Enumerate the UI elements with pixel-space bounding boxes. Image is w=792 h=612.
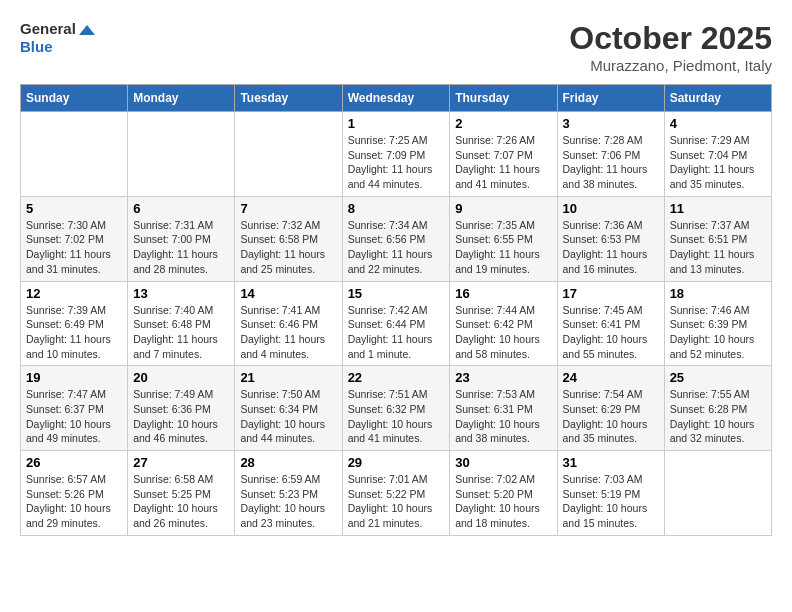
calendar-cell: 6Sunrise: 7:31 AM Sunset: 7:00 PM Daylig… — [128, 196, 235, 281]
calendar-cell: 25Sunrise: 7:55 AM Sunset: 6:28 PM Dayli… — [664, 366, 771, 451]
day-info: Sunrise: 7:31 AM Sunset: 7:00 PM Dayligh… — [133, 218, 229, 277]
month-title: October 2025 — [569, 20, 772, 57]
day-info: Sunrise: 7:47 AM Sunset: 6:37 PM Dayligh… — [26, 387, 122, 446]
calendar-cell: 27Sunrise: 6:58 AM Sunset: 5:25 PM Dayli… — [128, 451, 235, 536]
calendar-cell: 10Sunrise: 7:36 AM Sunset: 6:53 PM Dayli… — [557, 196, 664, 281]
day-header: Friday — [557, 85, 664, 112]
calendar-cell: 14Sunrise: 7:41 AM Sunset: 6:46 PM Dayli… — [235, 281, 342, 366]
day-number: 13 — [133, 286, 229, 301]
day-info: Sunrise: 7:28 AM Sunset: 7:06 PM Dayligh… — [563, 133, 659, 192]
calendar-cell: 18Sunrise: 7:46 AM Sunset: 6:39 PM Dayli… — [664, 281, 771, 366]
calendar-cell: 11Sunrise: 7:37 AM Sunset: 6:51 PM Dayli… — [664, 196, 771, 281]
day-number: 1 — [348, 116, 445, 131]
day-info: Sunrise: 7:54 AM Sunset: 6:29 PM Dayligh… — [563, 387, 659, 446]
calendar-cell: 28Sunrise: 6:59 AM Sunset: 5:23 PM Dayli… — [235, 451, 342, 536]
day-info: Sunrise: 7:01 AM Sunset: 5:22 PM Dayligh… — [348, 472, 445, 531]
calendar-cell — [664, 451, 771, 536]
day-info: Sunrise: 7:02 AM Sunset: 5:20 PM Dayligh… — [455, 472, 551, 531]
day-info: Sunrise: 7:41 AM Sunset: 6:46 PM Dayligh… — [240, 303, 336, 362]
day-info: Sunrise: 7:35 AM Sunset: 6:55 PM Dayligh… — [455, 218, 551, 277]
location: Murazzano, Piedmont, Italy — [569, 57, 772, 74]
day-info: Sunrise: 7:55 AM Sunset: 6:28 PM Dayligh… — [670, 387, 766, 446]
day-number: 5 — [26, 201, 122, 216]
day-header: Wednesday — [342, 85, 450, 112]
day-number: 24 — [563, 370, 659, 385]
calendar-cell: 29Sunrise: 7:01 AM Sunset: 5:22 PM Dayli… — [342, 451, 450, 536]
day-info: Sunrise: 7:44 AM Sunset: 6:42 PM Dayligh… — [455, 303, 551, 362]
day-number: 2 — [455, 116, 551, 131]
calendar-cell: 4Sunrise: 7:29 AM Sunset: 7:04 PM Daylig… — [664, 112, 771, 197]
day-info: Sunrise: 6:57 AM Sunset: 5:26 PM Dayligh… — [26, 472, 122, 531]
page-header: General Blue October 2025 Murazzano, Pie… — [20, 20, 772, 74]
day-number: 6 — [133, 201, 229, 216]
calendar-table: SundayMondayTuesdayWednesdayThursdayFrid… — [20, 84, 772, 536]
day-info: Sunrise: 7:40 AM Sunset: 6:48 PM Dayligh… — [133, 303, 229, 362]
day-info: Sunrise: 7:26 AM Sunset: 7:07 PM Dayligh… — [455, 133, 551, 192]
day-number: 26 — [26, 455, 122, 470]
day-info: Sunrise: 7:51 AM Sunset: 6:32 PM Dayligh… — [348, 387, 445, 446]
day-number: 18 — [670, 286, 766, 301]
day-number: 23 — [455, 370, 551, 385]
day-header: Thursday — [450, 85, 557, 112]
day-number: 10 — [563, 201, 659, 216]
calendar-cell: 22Sunrise: 7:51 AM Sunset: 6:32 PM Dayli… — [342, 366, 450, 451]
day-number: 27 — [133, 455, 229, 470]
day-header: Tuesday — [235, 85, 342, 112]
calendar-cell: 7Sunrise: 7:32 AM Sunset: 6:58 PM Daylig… — [235, 196, 342, 281]
day-number: 8 — [348, 201, 445, 216]
day-info: Sunrise: 6:59 AM Sunset: 5:23 PM Dayligh… — [240, 472, 336, 531]
day-info: Sunrise: 7:39 AM Sunset: 6:49 PM Dayligh… — [26, 303, 122, 362]
day-info: Sunrise: 7:53 AM Sunset: 6:31 PM Dayligh… — [455, 387, 551, 446]
day-number: 17 — [563, 286, 659, 301]
day-info: Sunrise: 7:50 AM Sunset: 6:34 PM Dayligh… — [240, 387, 336, 446]
calendar-cell: 16Sunrise: 7:44 AM Sunset: 6:42 PM Dayli… — [450, 281, 557, 366]
calendar-cell: 3Sunrise: 7:28 AM Sunset: 7:06 PM Daylig… — [557, 112, 664, 197]
day-number: 4 — [670, 116, 766, 131]
day-info: Sunrise: 7:30 AM Sunset: 7:02 PM Dayligh… — [26, 218, 122, 277]
day-info: Sunrise: 6:58 AM Sunset: 5:25 PM Dayligh… — [133, 472, 229, 531]
day-number: 19 — [26, 370, 122, 385]
day-info: Sunrise: 7:29 AM Sunset: 7:04 PM Dayligh… — [670, 133, 766, 192]
calendar-cell: 2Sunrise: 7:26 AM Sunset: 7:07 PM Daylig… — [450, 112, 557, 197]
calendar-cell: 9Sunrise: 7:35 AM Sunset: 6:55 PM Daylig… — [450, 196, 557, 281]
calendar-cell: 15Sunrise: 7:42 AM Sunset: 6:44 PM Dayli… — [342, 281, 450, 366]
calendar-week-row: 12Sunrise: 7:39 AM Sunset: 6:49 PM Dayli… — [21, 281, 772, 366]
day-info: Sunrise: 7:36 AM Sunset: 6:53 PM Dayligh… — [563, 218, 659, 277]
day-info: Sunrise: 7:32 AM Sunset: 6:58 PM Dayligh… — [240, 218, 336, 277]
calendar-cell: 20Sunrise: 7:49 AM Sunset: 6:36 PM Dayli… — [128, 366, 235, 451]
calendar-cell: 19Sunrise: 7:47 AM Sunset: 6:37 PM Dayli… — [21, 366, 128, 451]
calendar-cell: 21Sunrise: 7:50 AM Sunset: 6:34 PM Dayli… — [235, 366, 342, 451]
day-info: Sunrise: 7:25 AM Sunset: 7:09 PM Dayligh… — [348, 133, 445, 192]
day-number: 3 — [563, 116, 659, 131]
day-info: Sunrise: 7:49 AM Sunset: 6:36 PM Dayligh… — [133, 387, 229, 446]
calendar-cell: 12Sunrise: 7:39 AM Sunset: 6:49 PM Dayli… — [21, 281, 128, 366]
calendar-cell: 26Sunrise: 6:57 AM Sunset: 5:26 PM Dayli… — [21, 451, 128, 536]
day-info: Sunrise: 7:46 AM Sunset: 6:39 PM Dayligh… — [670, 303, 766, 362]
day-header: Sunday — [21, 85, 128, 112]
calendar-week-row: 1Sunrise: 7:25 AM Sunset: 7:09 PM Daylig… — [21, 112, 772, 197]
day-number: 25 — [670, 370, 766, 385]
calendar-cell: 8Sunrise: 7:34 AM Sunset: 6:56 PM Daylig… — [342, 196, 450, 281]
day-number: 28 — [240, 455, 336, 470]
day-info: Sunrise: 7:42 AM Sunset: 6:44 PM Dayligh… — [348, 303, 445, 362]
calendar-week-row: 19Sunrise: 7:47 AM Sunset: 6:37 PM Dayli… — [21, 366, 772, 451]
title-section: October 2025 Murazzano, Piedmont, Italy — [569, 20, 772, 74]
day-number: 12 — [26, 286, 122, 301]
calendar-cell — [235, 112, 342, 197]
day-number: 16 — [455, 286, 551, 301]
calendar-cell — [128, 112, 235, 197]
day-info: Sunrise: 7:45 AM Sunset: 6:41 PM Dayligh… — [563, 303, 659, 362]
day-header: Monday — [128, 85, 235, 112]
day-number: 11 — [670, 201, 766, 216]
calendar-cell: 5Sunrise: 7:30 AM Sunset: 7:02 PM Daylig… — [21, 196, 128, 281]
calendar-cell — [21, 112, 128, 197]
day-number: 31 — [563, 455, 659, 470]
day-number: 20 — [133, 370, 229, 385]
calendar-cell: 24Sunrise: 7:54 AM Sunset: 6:29 PM Dayli… — [557, 366, 664, 451]
day-number: 21 — [240, 370, 336, 385]
calendar-week-row: 26Sunrise: 6:57 AM Sunset: 5:26 PM Dayli… — [21, 451, 772, 536]
calendar-cell: 30Sunrise: 7:02 AM Sunset: 5:20 PM Dayli… — [450, 451, 557, 536]
calendar-cell: 17Sunrise: 7:45 AM Sunset: 6:41 PM Dayli… — [557, 281, 664, 366]
calendar-week-row: 5Sunrise: 7:30 AM Sunset: 7:02 PM Daylig… — [21, 196, 772, 281]
calendar-cell: 31Sunrise: 7:03 AM Sunset: 5:19 PM Dayli… — [557, 451, 664, 536]
